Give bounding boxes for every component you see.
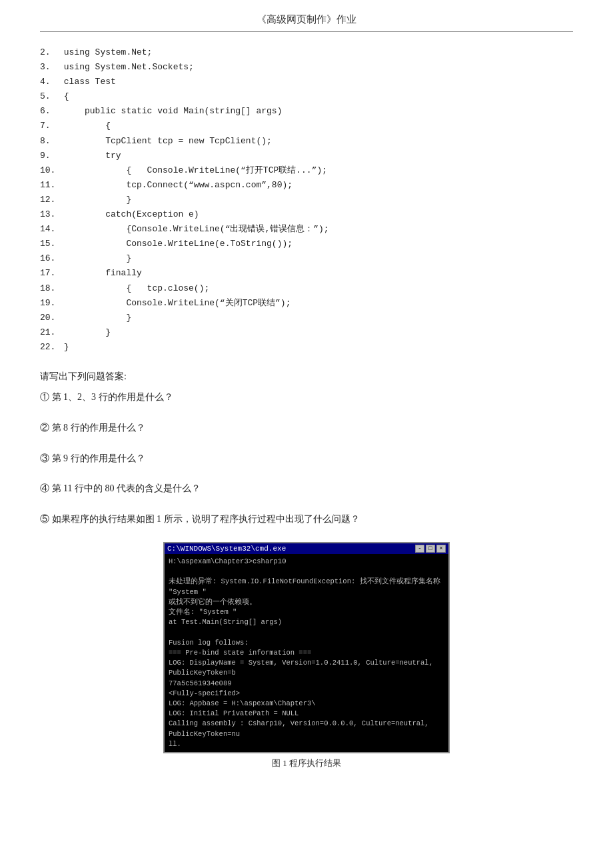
line-content: Console.WriteLine(“关闭TCP联结”); xyxy=(59,296,291,311)
question-item-5: ⑤ 如果程序的执行结果如图 1 所示，说明了程序执行过程中出现了什么问题？ xyxy=(40,511,573,527)
code-line: 10. { Console.WriteLine(“打开TCP联结...”); xyxy=(40,163,573,178)
code-line: 11. tcp.Connect(“www.aspcn.com”,80); xyxy=(40,178,573,193)
line-number: 12. xyxy=(40,193,59,207)
line-content: catch(Exception e) xyxy=(59,207,199,222)
code-line: 6. public static void Main(string[] args… xyxy=(40,104,573,119)
minimize-button[interactable]: - xyxy=(415,545,424,553)
cmd-line: LOG: Initial PrivatePath = NULL xyxy=(169,709,444,719)
line-number: 18. xyxy=(40,281,59,296)
cmd-titlebar-buttons: -□× xyxy=(415,545,446,553)
cmd-line: 或找不到它的一个依赖项。 xyxy=(169,597,444,607)
code-line: 5. { xyxy=(40,89,573,104)
line-content: public static void Main(string[] args) xyxy=(59,104,282,119)
line-content: Console.WriteLine(e.ToString()); xyxy=(59,237,293,251)
cmd-line: H:\aspexam\Chapter3>csharp10 xyxy=(169,557,444,567)
page-title: 《高级网页制作》作业 xyxy=(40,13,573,32)
line-number: 10. xyxy=(40,163,59,178)
line-content: TcpClient tcp = new TcpClient(); xyxy=(59,134,272,149)
code-line: 19. Console.WriteLine(“关闭TCP联结”); xyxy=(40,296,573,311)
code-block: 2. using System.Net;3. using System.Net.… xyxy=(40,45,573,355)
code-line: 16. } xyxy=(40,251,573,266)
code-line: 15. Console.WriteLine(e.ToString()); xyxy=(40,237,573,251)
line-number: 4. xyxy=(40,75,59,89)
line-content: using System.Net; xyxy=(59,45,152,60)
line-number: 5. xyxy=(40,89,59,104)
line-content: } xyxy=(59,340,69,355)
line-content: using System.Net.Sockets; xyxy=(59,60,194,75)
code-line: 7. { xyxy=(40,119,573,133)
line-content: } xyxy=(59,251,131,266)
line-number: 7. xyxy=(40,119,59,133)
line-content: { xyxy=(59,119,111,133)
line-number: 22. xyxy=(40,340,59,355)
code-line: 12. } xyxy=(40,193,573,207)
code-line: 17. finally xyxy=(40,266,573,281)
code-line: 8. TcpClient tcp = new TcpClient(); xyxy=(40,134,573,149)
cmd-line: Calling assembly : Csharp10, Version=0.0… xyxy=(169,719,444,739)
line-number: 20. xyxy=(40,311,59,325)
line-content: { xyxy=(59,89,69,104)
line-content: try xyxy=(59,149,121,163)
line-content: finally xyxy=(59,266,142,281)
cmd-line: LOG: DisplayName = System, Version=1.0.2… xyxy=(169,658,444,678)
code-line: 20. } xyxy=(40,311,573,325)
cmd-line xyxy=(169,627,444,637)
line-content: class Test xyxy=(59,75,116,89)
close-button[interactable]: × xyxy=(436,545,446,553)
cmd-line: ll. xyxy=(169,739,444,749)
line-number: 13. xyxy=(40,207,59,222)
cmd-line: Fusion log follows: xyxy=(169,638,444,648)
line-number: 2. xyxy=(40,45,59,60)
cmd-line: 文件名: "System " xyxy=(169,607,444,617)
cmd-window-wrapper: C:\WINDOWS\System32\cmd.exe-□×H:\aspexam… xyxy=(40,542,573,753)
code-line: 18. { tcp.close(); xyxy=(40,281,573,296)
code-line: 3. using System.Net.Sockets; xyxy=(40,60,573,75)
line-content: } xyxy=(59,311,131,325)
cmd-line: 未处理的异常: System.IO.FileNotFoundException:… xyxy=(169,577,444,597)
line-number: 8. xyxy=(40,134,59,149)
question-item-2: ② 第 8 行的作用是什么？ xyxy=(40,420,573,436)
code-line: 21. } xyxy=(40,325,573,340)
line-number: 15. xyxy=(40,237,59,251)
code-line: 22. } xyxy=(40,340,573,355)
page: 《高级网页制作》作业 2. using System.Net;3. using … xyxy=(0,0,613,868)
question-item-1: ① 第 1、2、3 行的作用是什么？ xyxy=(40,389,573,405)
line-number: 19. xyxy=(40,296,59,311)
cmd-line: 77a5c561934e089 xyxy=(169,679,444,689)
cmd-title-text: C:\WINDOWS\System32\cmd.exe xyxy=(167,545,286,553)
line-number: 6. xyxy=(40,104,59,119)
cmd-line: <Fully-specified> xyxy=(169,689,444,699)
line-content: { tcp.close(); xyxy=(59,281,209,296)
code-line: 14. {Console.WriteLine(“出现错误,错误信息：”); xyxy=(40,222,573,237)
line-content: {Console.WriteLine(“出现错误,错误信息：”); xyxy=(59,222,329,237)
line-number: 9. xyxy=(40,149,59,163)
cmd-window: C:\WINDOWS\System32\cmd.exe-□×H:\aspexam… xyxy=(163,542,450,753)
line-content: { Console.WriteLine(“打开TCP联结...”); xyxy=(59,163,327,178)
code-line: 13. catch(Exception e) xyxy=(40,207,573,222)
code-line: 2. using System.Net; xyxy=(40,45,573,60)
cmd-body: H:\aspexam\Chapter3>csharp10 未处理的异常: Sys… xyxy=(165,554,448,752)
line-number: 21. xyxy=(40,325,59,340)
line-number: 17. xyxy=(40,266,59,281)
line-number: 3. xyxy=(40,60,59,75)
questions-section: 请写出下列问题答案: ① 第 1、2、3 行的作用是什么？② 第 8 行的作用是… xyxy=(40,371,573,769)
line-content: } xyxy=(59,325,111,340)
maximize-button[interactable]: □ xyxy=(426,545,435,553)
cmd-line: LOG: Appbase = H:\aspexam\Chapter3\ xyxy=(169,699,444,709)
code-line: 4. class Test xyxy=(40,75,573,89)
cmd-line: === Pre-bind state information === xyxy=(169,648,444,658)
line-content: } xyxy=(59,193,131,207)
line-number: 16. xyxy=(40,251,59,266)
cmd-line xyxy=(169,567,444,577)
code-line: 9. try xyxy=(40,149,573,163)
line-content: tcp.Connect(“www.aspcn.com”,80); xyxy=(59,178,293,193)
questions-header: 请写出下列问题答案: xyxy=(40,371,573,383)
figure-caption: 图 1 程序执行结果 xyxy=(40,757,573,769)
line-number: 14. xyxy=(40,222,59,237)
line-number: 11. xyxy=(40,178,59,193)
question-item-3: ③ 第 9 行的作用是什么？ xyxy=(40,451,573,467)
question-item-4: ④ 第 11 行中的 80 代表的含义是什么？ xyxy=(40,481,573,497)
cmd-line: at Test.Main(String[] args) xyxy=(169,617,444,627)
cmd-titlebar: C:\WINDOWS\System32\cmd.exe-□× xyxy=(165,543,448,554)
